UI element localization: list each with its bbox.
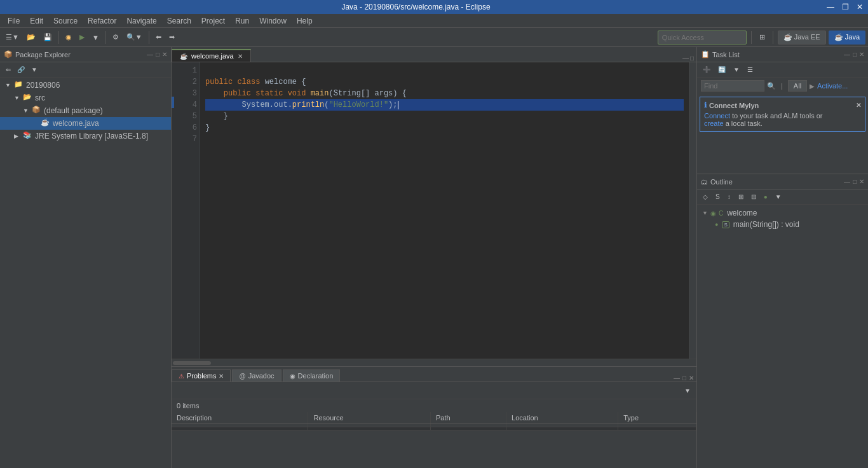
package-icon: 📦 xyxy=(32,106,42,116)
task-list-header: 📋 Task List — □ ✕ xyxy=(697,47,868,62)
debug-button[interactable]: ◉ xyxy=(62,31,75,45)
editor-area: ☕ welcome.java ✕ — □ 1 2 3 xyxy=(172,47,696,366)
maximize-button[interactable]: ❐ xyxy=(842,3,849,11)
outline-item-main[interactable]: ● S main(String[]) : void xyxy=(700,219,865,230)
menu-item-refactor[interactable]: Refactor xyxy=(83,15,121,27)
pe-menu-btn[interactable]: ▼ xyxy=(28,63,41,77)
ol-link-btn[interactable]: ● xyxy=(761,190,771,204)
code-content[interactable]: public class welcome { public static voi… xyxy=(200,62,689,359)
pe-maximize-icon[interactable]: □ xyxy=(156,51,159,58)
task-activate-link[interactable]: Activate... xyxy=(817,82,848,90)
toolbar-layout-btn[interactable]: ⊞ xyxy=(756,31,768,45)
menu-item-navigate[interactable]: Navigate xyxy=(121,15,161,27)
quick-access-input[interactable] xyxy=(658,31,747,45)
task-menu-btn[interactable]: ☰ xyxy=(744,63,756,77)
tl-close-icon[interactable]: ✕ xyxy=(859,51,864,58)
package-label: (default package) xyxy=(44,106,103,115)
pe-link-btn[interactable]: 🔗 xyxy=(14,63,28,77)
ol-hide-static-btn[interactable]: S xyxy=(712,190,723,204)
run-button[interactable]: ▶ xyxy=(76,31,88,45)
toolbar: ☰▼ 📂 💾 ◉ ▶ ▼ ⚙ 🔍▼ ⬅ ➡ ⊞ ☕ Java EE ☕ Java xyxy=(0,28,868,47)
menu-item-help[interactable]: Help xyxy=(292,15,318,27)
ol-collapse-btn[interactable]: ⊟ xyxy=(748,190,759,204)
menu-item-project[interactable]: Project xyxy=(196,15,230,27)
problems-tab-close[interactable]: ✕ xyxy=(219,373,224,380)
javadoc-icon: @ xyxy=(239,373,245,380)
tl-minimize-icon[interactable]: — xyxy=(844,51,850,58)
menu-item-search[interactable]: Search xyxy=(162,15,196,27)
run-dropdown[interactable]: ▼ xyxy=(89,31,102,45)
outline-panel: 🗂 Outline — □ ✕ ◇ S ↕ ⊞ ⊟ ● ▼ ▼ xyxy=(697,174,868,468)
perspective-javaee[interactable]: ☕ Java EE xyxy=(778,31,826,45)
problems-table: Description Resource Path Location Type xyxy=(172,412,696,430)
menu-item-file[interactable]: File xyxy=(3,15,25,27)
toolbar-btn-5[interactable]: ⬅ xyxy=(153,31,165,45)
task-find-row: 🔍 | All ▶ Activate... xyxy=(697,78,868,94)
menu-item-edit[interactable]: Edit xyxy=(25,15,48,27)
editor-scrollbar-right[interactable] xyxy=(689,62,696,359)
task-find-input[interactable] xyxy=(701,80,764,92)
tab-label: welcome.java xyxy=(191,52,234,60)
toolbar-btn-6[interactable]: ➡ xyxy=(166,31,178,45)
task-filter-btn[interactable]: ▼ xyxy=(730,63,743,77)
task-new-btn[interactable]: ➕ xyxy=(700,63,714,77)
code-line-7 xyxy=(205,134,684,145)
menu-item-source[interactable]: Source xyxy=(48,15,83,27)
bottom-close-icon[interactable]: ✕ xyxy=(689,375,694,382)
bottom-tab-problems[interactable]: ⚠ Problems ✕ xyxy=(172,369,231,382)
editor-minimize-icon[interactable]: — xyxy=(682,55,689,62)
perspective-java[interactable]: ☕ Java xyxy=(829,31,865,45)
ol-sort-btn[interactable]: ↕ xyxy=(724,190,734,204)
problems-label: Problems xyxy=(187,372,216,380)
task-refresh-btn[interactable]: 🔄 xyxy=(715,63,729,77)
ol-minimize-icon[interactable]: — xyxy=(844,178,850,185)
bottom-tab-declaration[interactable]: ◉ Declaration xyxy=(283,369,341,382)
tree-item-default-package[interactable]: ▼ 📦 (default package) xyxy=(0,104,171,117)
col-description: Description xyxy=(172,412,308,424)
line-marker xyxy=(172,97,174,108)
method-visibility-icon: S xyxy=(722,221,729,228)
menu-bar: FileEditSourceRefactorNavigateSearchProj… xyxy=(0,14,868,28)
tree-item-project[interactable]: ▼ 📁 20190806 xyxy=(0,79,171,92)
tree-item-welcome-java[interactable]: ☕ welcome.java xyxy=(0,117,171,130)
task-list-panel: 📋 Task List — □ ✕ ➕ 🔄 ▼ ☰ 🔍 | All ▶ xyxy=(697,47,868,174)
editor-scrollbar-bottom[interactable] xyxy=(172,359,696,366)
menu-item-window[interactable]: Window xyxy=(254,15,292,27)
tree-item-src[interactable]: ▼ 📂 src xyxy=(0,92,171,104)
ol-hide-fields-btn[interactable]: ◇ xyxy=(700,190,711,204)
connect-link[interactable]: Connect xyxy=(704,112,730,120)
bottom-minimize-icon[interactable]: — xyxy=(674,375,680,382)
toolbar-btn-3[interactable]: ⚙ xyxy=(109,31,122,45)
ol-close-icon[interactable]: ✕ xyxy=(859,178,864,185)
pe-minimize-icon[interactable]: — xyxy=(147,51,153,58)
editor-tab-welcome[interactable]: ☕ welcome.java ✕ xyxy=(172,49,251,62)
close-button[interactable]: ✕ xyxy=(857,3,863,11)
outline-item-welcome[interactable]: ▼ ◉ C welcome xyxy=(700,207,865,219)
toolbar-btn-4[interactable]: 🔍▼ xyxy=(123,31,146,45)
tl-maximize-icon[interactable]: □ xyxy=(853,51,857,58)
new-button[interactable]: ☰▼ xyxy=(3,31,22,45)
connect-mylyn-close[interactable]: ✕ xyxy=(856,102,861,109)
line-num-3: 3 xyxy=(175,88,197,99)
filter-btn[interactable]: ▼ xyxy=(681,383,694,397)
menu-item-run[interactable]: Run xyxy=(230,15,254,27)
bottom-maximize-icon[interactable]: □ xyxy=(682,375,686,382)
tree-item-jre[interactable]: ▶ 📚 JRE System Library [JavaSE-1.8] xyxy=(0,130,171,142)
task-all-btn[interactable]: All xyxy=(788,80,807,92)
bottom-tab-javadoc[interactable]: @ Javadoc xyxy=(232,369,281,382)
tab-close-btn[interactable]: ✕ xyxy=(238,53,243,60)
save-button[interactable]: 💾 xyxy=(40,31,55,45)
pe-collapse-btn[interactable]: ⇐ xyxy=(3,63,14,77)
minimize-button[interactable]: — xyxy=(827,3,834,11)
editor-maximize-icon[interactable]: □ xyxy=(690,55,694,62)
open-button[interactable]: 📂 xyxy=(24,31,39,45)
code-line-3: public static void main(String[] args) { xyxy=(205,88,684,99)
ol-expand-btn[interactable]: ⊞ xyxy=(735,190,747,204)
col-path: Path xyxy=(431,412,506,424)
toolbar-separator-4 xyxy=(751,31,752,44)
ol-maximize-icon[interactable]: □ xyxy=(853,178,857,185)
outline-class-label: welcome xyxy=(727,209,757,217)
create-link[interactable]: create xyxy=(704,120,724,127)
pe-close-icon[interactable]: ✕ xyxy=(162,51,167,58)
ol-menu-btn[interactable]: ▼ xyxy=(772,190,785,204)
